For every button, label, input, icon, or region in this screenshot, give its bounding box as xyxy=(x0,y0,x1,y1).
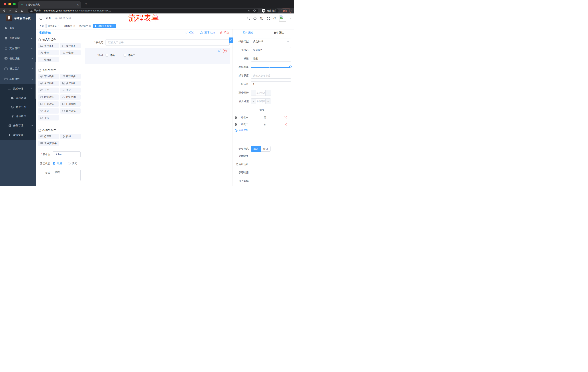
gender-option-2-checkbox[interactable]: 选项二 xyxy=(124,54,135,57)
tag-process-form-edit[interactable]: 流程表单-编辑✕ xyxy=(93,24,116,28)
stepper-placeholder[interactable]: 至少应选 xyxy=(256,90,265,96)
browser-tab[interactable]: 芋道管理系统 ✕ xyxy=(18,1,81,8)
component-password[interactable]: 密码 xyxy=(38,50,59,55)
status-on-radio[interactable]: 开启 xyxy=(53,162,62,165)
form-grid-slider[interactable] xyxy=(251,64,291,70)
component-counter[interactable]: 123计数器 xyxy=(60,50,81,55)
sidebar-item-devtools[interactable]: 研发工具 xyxy=(0,64,36,74)
view-json-button[interactable]: 查看json xyxy=(200,31,215,34)
home-icon[interactable] xyxy=(21,9,24,12)
component-date-range[interactable]: 日期范围 xyxy=(60,101,81,107)
avatar-caret-icon[interactable] xyxy=(289,18,291,19)
security-label[interactable]: 不安全 xyxy=(34,9,41,12)
clear-button[interactable]: 清空 xyxy=(220,31,229,34)
sidebar-toggle-icon[interactable] xyxy=(39,17,42,20)
remove-option-button[interactable]: − xyxy=(284,123,287,126)
slider-track[interactable] xyxy=(251,67,291,68)
slider-handle[interactable] xyxy=(289,65,292,68)
status-off-radio[interactable]: 关闭 xyxy=(68,162,77,165)
gender-form-item[interactable]: *性别 选项一 选项二 xyxy=(85,54,230,57)
component-radio-group[interactable]: 单选框组 xyxy=(38,81,59,86)
sidebar-item-task-mgmt[interactable]: 任务管理 xyxy=(0,121,36,130)
tag-close-icon[interactable]: ✕ xyxy=(112,25,114,27)
browser-menu-icon[interactable] xyxy=(289,10,290,12)
canvas-body[interactable]: *手机号 *性别 选项一 xyxy=(83,36,232,186)
option-label-input[interactable] xyxy=(239,122,260,127)
save-button[interactable]: 保存 xyxy=(185,31,195,34)
fullscreen-icon[interactable] xyxy=(266,17,270,20)
sidebar-item-system[interactable]: 系统管理 xyxy=(0,33,36,43)
drag-handle-icon[interactable] xyxy=(234,123,237,126)
component-slider[interactable]: 滑块 xyxy=(60,87,81,93)
forward-icon[interactable] xyxy=(9,9,12,12)
tag-home[interactable]: 首页 xyxy=(38,24,45,28)
form-name-input[interactable] xyxy=(53,151,81,157)
minimize-window-button[interactable] xyxy=(8,3,11,5)
component-cascader[interactable]: 级联选择 xyxy=(60,74,81,79)
sidebar-item-process-model[interactable]: 流程模型 xyxy=(0,112,36,121)
field-name-input[interactable] xyxy=(251,47,291,53)
component-multi-text[interactable]: 多行文本 xyxy=(60,43,81,48)
style-default-button[interactable]: 默认 xyxy=(251,146,261,152)
copy-component-button[interactable] xyxy=(217,49,221,53)
tag-process-definition[interactable]: 流程定义✕ xyxy=(46,24,61,28)
help-icon[interactable]: ? xyxy=(260,17,263,20)
font-size-icon[interactable]: TT xyxy=(273,17,276,20)
link-tab[interactable] xyxy=(229,37,233,43)
sidebar-item-payment[interactable]: 支付管理 xyxy=(0,43,36,53)
style-button-button[interactable]: 按钮 xyxy=(261,146,271,152)
breadcrumb-home[interactable]: 首页 xyxy=(46,17,51,20)
checkbox[interactable] xyxy=(105,54,108,57)
drag-handle-icon[interactable] xyxy=(234,116,237,119)
phone-form-item[interactable]: *手机号 xyxy=(85,39,230,46)
back-icon[interactable] xyxy=(2,9,6,12)
avatar[interactable] xyxy=(279,15,286,22)
stepper-plus-button[interactable]: + xyxy=(265,90,271,96)
stepper-plus-button[interactable]: + xyxy=(265,99,271,104)
stepper-minus-button[interactable]: − xyxy=(251,99,256,104)
security-warning-icon[interactable] xyxy=(30,10,33,12)
title-input[interactable] xyxy=(251,56,291,62)
stepper-placeholder[interactable]: 最多可选 xyxy=(256,99,265,104)
new-tab-button[interactable]: + xyxy=(85,2,87,6)
tag-close-icon[interactable]: ✕ xyxy=(58,25,60,27)
option-value-input[interactable] xyxy=(262,115,282,120)
sidebar-item-leave-query[interactable]: 请假查询 xyxy=(0,130,36,140)
sidebar-item-home[interactable]: 首页 xyxy=(0,23,36,33)
component-color-picker[interactable]: 颜色选择 xyxy=(60,108,81,114)
sidebar-item-workflow[interactable]: 工作流程 xyxy=(0,74,36,84)
delete-component-button[interactable] xyxy=(223,49,227,53)
component-select[interactable]: 下拉选择 xyxy=(38,74,59,79)
selected-component-gender[interactable]: *性别 选项一 选项二 xyxy=(85,48,230,64)
sidebar-item-infra[interactable]: 基础设施 xyxy=(0,53,36,64)
option-label-input[interactable] xyxy=(239,115,260,120)
gender-option-1-checkbox[interactable]: 选项一 xyxy=(105,54,117,57)
component-table[interactable]: 表格[开发中] xyxy=(38,141,59,146)
max-select-stepper[interactable]: −最多可选+ xyxy=(251,98,271,104)
browser-update-button[interactable]: 更新 xyxy=(281,9,292,13)
component-upload[interactable]: 上传 xyxy=(38,115,59,120)
component-type-select[interactable]: 多选框组 xyxy=(251,39,291,44)
checkbox[interactable] xyxy=(124,54,126,57)
tag-process-form[interactable]: 流程表单✕ xyxy=(78,24,92,28)
label-width-input[interactable] xyxy=(251,73,291,79)
option-value-input[interactable] xyxy=(262,122,282,127)
sidebar-item-process-form[interactable]: 流程表单 xyxy=(0,94,36,103)
tab-form-props[interactable]: 表单属性 xyxy=(263,29,294,36)
component-date-picker[interactable]: 日期选择 xyxy=(38,101,59,107)
tab-component-props[interactable]: 组件属性 xyxy=(233,29,263,36)
default-value-input[interactable] xyxy=(251,81,291,87)
sidebar-item-user-group[interactable]: 用户分组 xyxy=(0,103,36,112)
remove-option-button[interactable]: − xyxy=(284,116,287,119)
password-key-icon[interactable] xyxy=(247,10,251,12)
component-rate[interactable]: 评分 xyxy=(38,108,59,114)
search-icon[interactable] xyxy=(247,17,250,20)
component-switch[interactable]: 开关 xyxy=(38,87,59,93)
tag-process-model[interactable]: 流程模型✕ xyxy=(62,24,77,28)
component-checkbox-group[interactable]: 多选框组 xyxy=(60,81,81,86)
reload-icon[interactable] xyxy=(15,9,18,12)
phone-input[interactable] xyxy=(105,39,230,46)
tag-close-icon[interactable]: ✕ xyxy=(89,25,91,27)
tag-close-icon[interactable]: ✕ xyxy=(73,25,75,27)
component-time-range[interactable]: 时间范围 xyxy=(60,95,81,100)
